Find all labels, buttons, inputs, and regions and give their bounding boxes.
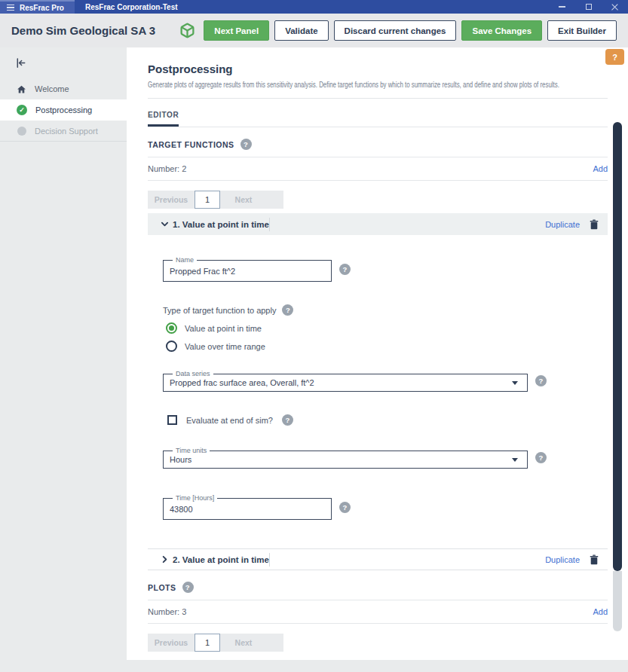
divider (269, 218, 270, 231)
data-series-value: Propped frac surface area, Overall, ft^2 (170, 378, 509, 387)
sim-title: Demo Sim Geological SA 3 (11, 24, 155, 37)
hamburger-icon (7, 5, 14, 11)
help-icon[interactable]: ? (182, 582, 194, 593)
page-help-button[interactable]: ? (605, 49, 624, 65)
scrollbar-thumb[interactable] (613, 122, 622, 571)
check-circle-icon: ✓ (17, 105, 27, 115)
sidebar: Welcome ✓ Postprocessing Decision Suppor… (0, 47, 127, 660)
sidebar-item-label: Welcome (35, 84, 69, 93)
help-icon[interactable]: ? (535, 452, 547, 463)
help-icon[interactable]: ? (535, 375, 547, 386)
accordion-header[interactable]: 1. Value at point in time Duplicate (148, 213, 608, 235)
chevron-right-icon (156, 555, 173, 564)
sidebar-item-postprocessing[interactable]: ✓ Postprocessing (0, 99, 127, 121)
editor-content: TARGET FUNCTIONS ? Number: 2 Add Previou… (148, 127, 608, 660)
sidebar-item-label: Decision Support (35, 127, 98, 136)
minimize-icon (559, 6, 565, 8)
delete-button[interactable] (590, 554, 599, 565)
accordion-title: 1. Value at point in time (173, 220, 269, 229)
target-functions-section-header: TARGET FUNCTIONS ? (148, 127, 608, 157)
help-icon[interactable]: ? (339, 264, 351, 275)
close-icon (611, 4, 618, 11)
help-icon[interactable]: ? (339, 502, 351, 513)
divider (269, 553, 270, 567)
checkbox-unchecked-icon (167, 415, 177, 425)
previous-page-button[interactable]: Previous (148, 191, 195, 209)
help-icon[interactable]: ? (282, 414, 293, 426)
previous-page-button[interactable]: Previous (148, 634, 195, 652)
time-field[interactable]: Time [Hours] (163, 494, 332, 520)
sidebar-item-label: Postprocessing (35, 105, 92, 115)
name-field[interactable]: Name (163, 256, 332, 282)
current-page-indicator: 1 (195, 634, 220, 652)
scrollbar (613, 122, 622, 631)
app-tab-resfrac-pro[interactable]: ResFrac Pro (0, 0, 75, 14)
builder-header: Demo Sim Geological SA 3 Next Panel Vali… (0, 14, 628, 47)
radio-value-over-time-range[interactable]: Value over time range (163, 341, 608, 352)
add-target-function-link[interactable]: Add (593, 164, 608, 173)
time-units-value: Hours (170, 455, 509, 464)
section-title: PLOTS (148, 583, 176, 592)
accordion-title: 2. Value at point in time (173, 555, 269, 564)
time-units-dropdown[interactable]: Time units Hours (163, 447, 528, 469)
workspace-tab[interactable]: ResFrac Corporation-Test (75, 0, 178, 14)
next-panel-button[interactable]: Next Panel (204, 20, 269, 41)
time-units-row: Time units Hours ? (163, 447, 608, 469)
chevron-down-icon (156, 220, 173, 228)
maximize-button[interactable] (575, 0, 602, 14)
tab-editor[interactable]: EDITOR (148, 111, 179, 127)
name-input[interactable] (170, 266, 325, 276)
next-page-button[interactable]: Next (220, 634, 267, 652)
radio-label: Value over time range (185, 342, 265, 351)
duplicate-link[interactable]: Duplicate (545, 220, 580, 229)
save-changes-button[interactable]: Save Changes (461, 20, 542, 41)
maximize-icon (586, 4, 592, 10)
type-group-label-row: Type of target function to apply ? (163, 304, 608, 316)
discard-changes-button[interactable]: Discard current changes (334, 20, 457, 41)
time-field-label: Time [Hours] (173, 494, 217, 502)
page-description: Generate plots of aggregate results from… (148, 80, 608, 99)
scrollbar-track (613, 571, 622, 631)
add-plot-link[interactable]: Add (593, 607, 608, 616)
accordion-header[interactable]: 2. Value at point in time Duplicate (148, 548, 608, 570)
main-panel: Postprocessing Generate plots of aggrega… (127, 47, 628, 660)
home-icon (17, 84, 26, 94)
close-button[interactable] (602, 0, 628, 14)
next-page-button[interactable]: Next (220, 191, 267, 209)
trash-icon (590, 219, 599, 230)
trash-icon (590, 554, 599, 565)
cube-icon (179, 23, 195, 38)
time-field-row: Time [Hours] ? (163, 494, 608, 520)
dropdown-caret-icon (512, 381, 518, 385)
time-units-label: Time units (173, 447, 210, 454)
sidebar-item-welcome[interactable]: Welcome (0, 78, 127, 99)
sidebar-nav: Welcome ✓ Postprocessing Decision Suppor… (0, 78, 127, 142)
target-functions-count-row: Number: 2 Add (148, 157, 608, 181)
help-icon[interactable]: ? (240, 139, 252, 150)
window-controls (549, 0, 628, 14)
type-group-label: Type of target function to apply (163, 306, 276, 315)
help-icon[interactable]: ? (282, 304, 293, 316)
time-input[interactable] (170, 504, 325, 514)
name-field-label: Name (173, 256, 197, 264)
delete-button[interactable] (590, 219, 599, 230)
radio-label: Value at point in time (185, 324, 262, 333)
data-series-row: Data series Propped frac surface area, O… (163, 370, 608, 392)
checkbox-label: Evaluate at end of sim? (186, 416, 273, 425)
data-series-dropdown[interactable]: Data series Propped frac surface area, O… (163, 370, 528, 392)
target-function-editor: Name ? Type of target function to apply … (148, 235, 608, 548)
evaluate-at-end-checkbox-row[interactable]: Evaluate at end of sim? ? (163, 414, 608, 426)
target-functions-pagination: Previous 1 Next (148, 191, 283, 209)
validate-button[interactable]: Validate (274, 20, 328, 41)
window-bottom-strip (0, 660, 628, 672)
duplicate-link[interactable]: Duplicate (545, 555, 580, 564)
radio-value-at-point-in-time[interactable]: Value at point in time (163, 322, 608, 334)
name-field-row: Name ? (163, 256, 608, 282)
minimize-button[interactable] (549, 0, 575, 14)
exit-builder-button[interactable]: Exit Builder (547, 20, 617, 41)
sidebar-item-decision-support: Decision Support (0, 121, 127, 142)
radio-unselected-icon (166, 341, 177, 352)
plots-count-row: Number: 3 Add (148, 600, 608, 624)
plots-section-header: PLOTS ? (148, 570, 608, 600)
sidebar-collapse-button[interactable] (15, 57, 26, 69)
